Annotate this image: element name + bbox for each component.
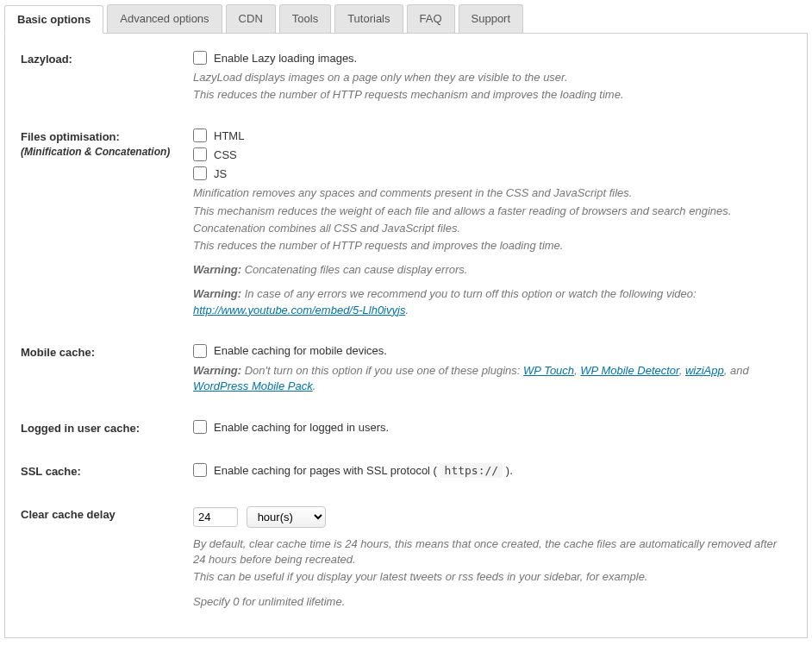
label-files-optimisation-sub: (Minification & Concatenation) — [21, 146, 193, 158]
checkbox-mobile-cache[interactable] — [193, 344, 207, 358]
checkbox-lazyload-label[interactable]: Enable Lazy loading images. — [214, 52, 357, 65]
row-lazyload: Lazyload: Enable Lazy loading images. La… — [21, 51, 791, 104]
mobile-cache-warning: Warning: Don't turn on this option if yo… — [193, 363, 791, 394]
tab-advanced-options[interactable]: Advanced options — [107, 4, 222, 33]
label-files-optimisation: Files optimisation: — [21, 130, 193, 143]
checkbox-css-label[interactable]: CSS — [214, 148, 237, 161]
label-logged-in-cache: Logged in user cache: — [21, 422, 193, 435]
link-wp-mobile-detector[interactable]: WP Mobile Detector — [580, 364, 678, 377]
link-wordpress-mobile-pack[interactable]: WordPress Mobile Pack — [193, 379, 313, 392]
clear-cache-desc-1: By default, clear cache time is 24 hours… — [193, 536, 791, 567]
tab-tools[interactable]: Tools — [279, 4, 331, 33]
filesopt-desc-1: Minification removes any spaces and comm… — [193, 185, 791, 201]
checkbox-logged-in-cache-label[interactable]: Enable caching for logged in users. — [214, 421, 389, 434]
tab-cdn[interactable]: CDN — [226, 4, 276, 33]
checkbox-lazyload[interactable] — [193, 51, 207, 65]
checkbox-ssl-cache-label[interactable]: Enable caching for pages with SSL protoc… — [214, 464, 513, 477]
lazyload-desc-1: LazyLoad displays images on a page only … — [193, 70, 791, 85]
checkbox-html[interactable] — [193, 129, 207, 142]
link-youtube-video[interactable]: http://www.youtube.com/embed/5-Llh0ivyjs — [193, 304, 405, 317]
settings-panel: Lazyload: Enable Lazy loading images. La… — [4, 34, 808, 638]
clear-cache-desc-2: This can be useful if you display your l… — [193, 569, 791, 585]
checkbox-logged-in-cache[interactable] — [193, 420, 207, 434]
filesopt-desc-4: This reduces the number of HTTP requests… — [193, 238, 791, 254]
row-ssl-cache: SSL cache: Enable caching for pages with… — [21, 463, 791, 482]
checkbox-js[interactable] — [193, 166, 207, 180]
input-cache-delay-value[interactable] — [193, 507, 238, 527]
tab-faq[interactable]: FAQ — [407, 4, 455, 33]
link-wp-touch[interactable]: WP Touch — [523, 364, 574, 377]
tab-basic-options[interactable]: Basic options — [4, 5, 103, 34]
link-wiziapp[interactable]: wiziApp — [685, 364, 724, 377]
tab-tutorials[interactable]: Tutorials — [334, 4, 403, 33]
checkbox-ssl-cache[interactable] — [193, 463, 207, 477]
lazyload-desc-2: This reduces the number of HTTP requests… — [193, 87, 791, 103]
checkbox-js-label[interactable]: JS — [214, 167, 227, 180]
row-mobile-cache: Mobile cache: Enable caching for mobile … — [21, 344, 791, 396]
row-files-optimisation: Files optimisation: (Minification & Conc… — [21, 129, 791, 319]
tabs-nav: Basic options Advanced options CDN Tools… — [4, 4, 808, 34]
filesopt-desc-3: Concatenation combines all CSS and JavaS… — [193, 221, 791, 236]
filesopt-desc-2: This mechanism reduces the weight of eac… — [193, 204, 791, 219]
checkbox-css[interactable] — [193, 147, 207, 161]
checkbox-html-label[interactable]: HTML — [214, 129, 244, 142]
row-clear-cache-delay: Clear cache delay hour(s) By default, cl… — [21, 506, 791, 611]
label-lazyload: Lazyload: — [21, 53, 193, 66]
ssl-code: https:// — [440, 463, 503, 478]
checkbox-mobile-cache-label[interactable]: Enable caching for mobile devices. — [214, 344, 387, 357]
label-clear-cache-delay: Clear cache delay — [21, 508, 193, 521]
select-cache-delay-unit[interactable]: hour(s) — [247, 506, 326, 528]
clear-cache-desc-3: Specify 0 for unlimited lifetime. — [193, 594, 791, 610]
tab-support[interactable]: Support — [459, 4, 524, 33]
filesopt-warning-2: Warning: In case of any errors we recomm… — [193, 286, 791, 317]
row-logged-in-cache: Logged in user cache: Enable caching for… — [21, 420, 791, 439]
filesopt-warning-1: Warning: Concatenating files can cause d… — [193, 262, 791, 278]
label-mobile-cache: Mobile cache: — [21, 346, 193, 359]
label-ssl-cache: SSL cache: — [21, 465, 193, 478]
